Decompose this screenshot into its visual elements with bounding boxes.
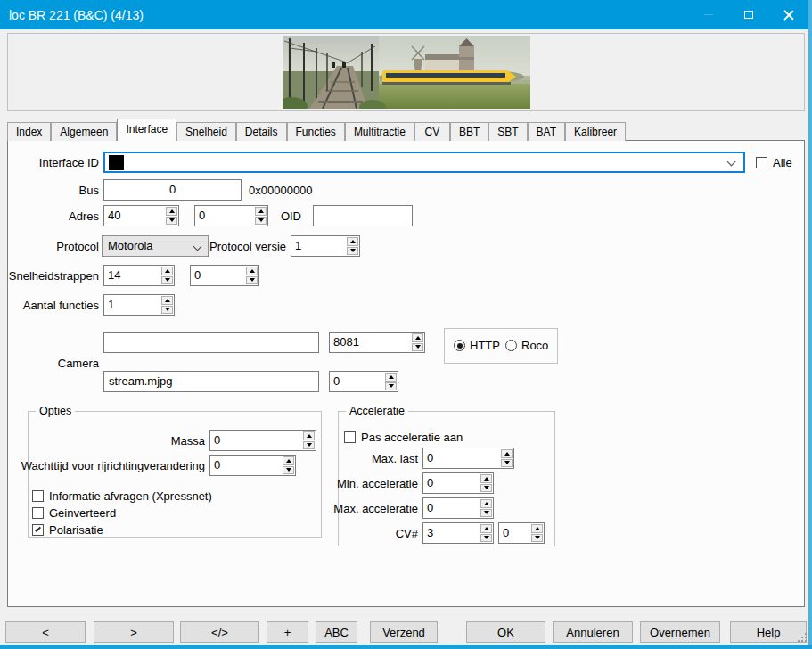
http-radio[interactable]: HTTP xyxy=(454,339,500,352)
overnemen-button[interactable]: Overnemen xyxy=(640,621,720,643)
verzend-button[interactable]: Verzend xyxy=(370,621,438,643)
spin-up-button[interactable] xyxy=(161,267,173,275)
alle-checkbox-box[interactable] xyxy=(756,157,767,168)
massa-spinner[interactable]: 0 xyxy=(209,430,316,451)
spin-up-button[interactable] xyxy=(246,267,258,275)
max-acceleratie-spinner[interactable]: 0 xyxy=(422,497,494,519)
spin-up-button[interactable] xyxy=(480,474,492,483)
spin-up-button[interactable] xyxy=(161,296,173,305)
abc-button[interactable]: ABC xyxy=(316,621,357,643)
min-acceleratie-spinner[interactable]: 0 xyxy=(422,472,494,494)
plus-button[interactable]: + xyxy=(267,621,308,643)
nav-prev-button[interactable]: < xyxy=(5,621,86,643)
massa-label: Massa xyxy=(29,430,205,451)
protocol-dropdown[interactable]: Motorola xyxy=(102,235,209,257)
spin-down-button[interactable] xyxy=(161,276,173,285)
tab-snelheid[interactable]: Snelheid xyxy=(176,122,236,141)
tab-details[interactable]: Details xyxy=(236,122,287,141)
spin-up-button[interactable] xyxy=(480,499,492,508)
tab-bbt[interactable]: BBT xyxy=(450,122,488,141)
spin-up-button[interactable] xyxy=(255,207,267,216)
oid-field[interactable] xyxy=(313,205,413,226)
checkbox-label: Pas acceleratie aan xyxy=(361,431,463,444)
radio-icon[interactable] xyxy=(505,340,517,351)
tab-cv[interactable]: CV xyxy=(414,122,450,141)
camera-url-field[interactable] xyxy=(103,332,319,353)
camera-stream-field[interactable]: stream.mjpg xyxy=(103,371,319,392)
spin-down-button[interactable] xyxy=(480,534,492,543)
alle-checkbox[interactable]: Alle xyxy=(756,155,792,169)
ok-button[interactable]: OK xyxy=(466,621,545,643)
checkbox-box[interactable] xyxy=(344,431,356,443)
tab-index[interactable]: Index xyxy=(7,122,51,141)
roco-radio[interactable]: Roco xyxy=(505,339,548,352)
spin-up-button[interactable] xyxy=(166,207,177,216)
spin-down-button[interactable] xyxy=(347,247,358,256)
radio-icon[interactable] xyxy=(454,340,465,351)
interface-id-combobox[interactable] xyxy=(103,152,745,173)
maximize-button[interactable] xyxy=(728,0,768,29)
spin-down-button[interactable] xyxy=(283,466,294,475)
acceleratie-groupbox: Acceleratie Pas acceleratie aan Max. las… xyxy=(338,411,555,546)
aantal-functies-spinner[interactable]: 1 xyxy=(103,294,175,316)
spin-down-button[interactable] xyxy=(412,343,423,352)
bus-field[interactable]: 0 xyxy=(103,179,242,201)
aantal-functies-label: Aantal functies xyxy=(8,294,99,316)
snelheidstrappen-spinner-2[interactable]: 0 xyxy=(190,265,259,286)
tab-kalibreer[interactable]: Kalibreer xyxy=(565,122,626,141)
cv-spinner-1[interactable]: 3 xyxy=(422,522,494,544)
annuleren-button[interactable]: Annuleren xyxy=(553,621,633,643)
spin-down-button[interactable] xyxy=(161,306,173,315)
spin-down-button[interactable] xyxy=(303,441,315,450)
tab-functies[interactable]: Functies xyxy=(287,122,345,141)
polarisatie-checkbox[interactable]: Polarisatie xyxy=(32,522,103,537)
spin-up-button[interactable] xyxy=(303,431,315,440)
spin-down-button[interactable] xyxy=(480,509,492,518)
checkbox-box[interactable] xyxy=(32,490,44,502)
tab-interface[interactable]: Interface xyxy=(117,119,176,141)
wachttijd-spinner[interactable]: 0 xyxy=(209,455,296,476)
tab-sbt[interactable]: SBT xyxy=(488,122,527,141)
opties-title: Opties xyxy=(36,404,75,418)
geinverteerd-checkbox[interactable]: Geinverteerd xyxy=(32,505,116,520)
tab-algemeen[interactable]: Algemeen xyxy=(51,122,117,141)
banner-panel xyxy=(7,33,805,111)
help-button[interactable]: Help xyxy=(730,621,807,643)
snelheidstrappen-spinner-1[interactable]: 14 xyxy=(103,265,175,286)
resize-grip[interactable] xyxy=(805,640,807,642)
tab-multitractie[interactable]: Multitractie xyxy=(345,122,414,141)
spin-down-button[interactable] xyxy=(385,382,397,391)
spin-up-button[interactable] xyxy=(501,449,513,458)
nav-next-button[interactable]: > xyxy=(94,621,174,643)
camera-port-spinner[interactable]: 8081 xyxy=(329,332,425,353)
bus-hex-value: 0x00000000 xyxy=(249,179,356,201)
checkbox-box[interactable] xyxy=(32,524,44,536)
chevron-down-icon[interactable] xyxy=(727,158,736,167)
spin-down-button[interactable] xyxy=(501,459,513,468)
spin-up-button[interactable] xyxy=(480,524,492,533)
pas-acceleratie-checkbox[interactable]: Pas acceleratie aan xyxy=(344,430,463,444)
spin-down-button[interactable] xyxy=(480,484,492,493)
close-button[interactable] xyxy=(768,0,808,29)
adres-spinner-2[interactable]: 0 xyxy=(194,205,268,226)
spin-down-button[interactable] xyxy=(531,534,543,543)
spin-up-button[interactable] xyxy=(347,237,358,246)
spin-up-button[interactable] xyxy=(412,333,423,342)
cv-spinner-2[interactable]: 0 xyxy=(498,522,545,544)
spin-down-button[interactable] xyxy=(246,276,258,285)
spin-up-button[interactable] xyxy=(283,456,294,465)
spin-up-button[interactable] xyxy=(531,524,543,533)
spin-down-button[interactable] xyxy=(255,217,267,226)
adres-spinner-1[interactable]: 40 xyxy=(103,205,179,226)
spin-up-button[interactable] xyxy=(385,373,397,382)
protocol-label: Protocol xyxy=(8,235,99,257)
tab-bat[interactable]: BAT xyxy=(528,122,565,141)
minimize-button[interactable] xyxy=(688,0,728,29)
informatie-afvragen-checkbox[interactable]: Informatie afvragen (Xpressnet) xyxy=(32,489,212,503)
checkbox-box[interactable] xyxy=(32,507,44,519)
spin-down-button[interactable] xyxy=(166,217,177,226)
code-button[interactable]: </> xyxy=(180,621,259,643)
max-last-spinner[interactable]: 0 xyxy=(422,448,514,469)
camera-stream-port-spinner[interactable]: 0 xyxy=(329,371,398,392)
protocol-versie-spinner[interactable]: 1 xyxy=(291,235,360,257)
